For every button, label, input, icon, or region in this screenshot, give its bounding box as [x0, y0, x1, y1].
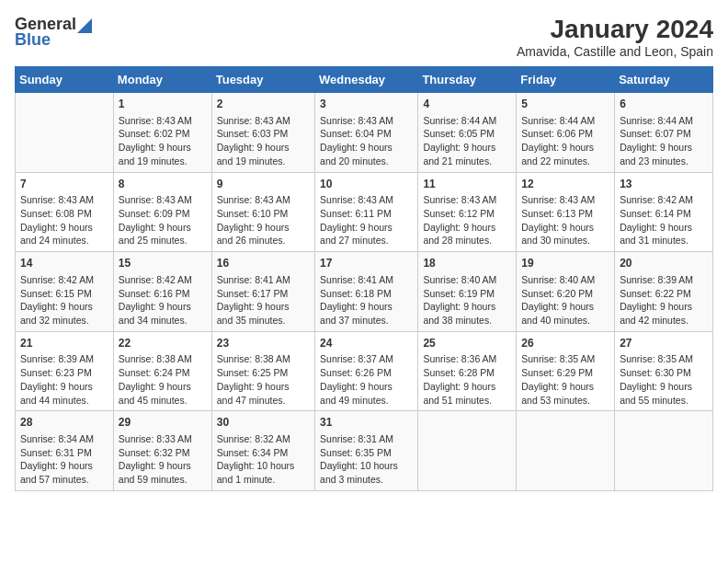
cell-text: Sunset: 6:13 PM: [521, 207, 609, 221]
cell-text: Sunrise: 8:41 AM: [217, 273, 310, 287]
cell-text: Sunrise: 8:43 AM: [320, 193, 413, 207]
cell-text: Sunrise: 8:42 AM: [119, 273, 207, 287]
cell-text: Sunset: 6:16 PM: [119, 287, 207, 301]
cell-text: Sunrise: 8:40 AM: [423, 273, 511, 287]
cell-text: Sunrise: 8:43 AM: [217, 193, 310, 207]
logo-triangle-icon: [77, 17, 92, 33]
day-number: 31: [320, 415, 413, 431]
cell-text: Sunrise: 8:43 AM: [119, 114, 207, 128]
cell-text: and 55 minutes.: [620, 394, 708, 408]
cell-text: and 31 minutes.: [620, 234, 708, 247]
cell-text: Sunset: 6:11 PM: [320, 207, 413, 221]
cell-text: Daylight: 9 hours: [423, 300, 511, 314]
cell-text: Sunset: 6:06 PM: [521, 127, 609, 141]
day-number: 17: [320, 256, 413, 271]
cell-text: Daylight: 9 hours: [217, 141, 310, 155]
day-number: 21: [20, 336, 108, 351]
cell-text: and 25 minutes.: [119, 234, 207, 247]
cell-text: and 1 minute.: [217, 473, 310, 487]
cell-text: Sunrise: 8:40 AM: [521, 273, 609, 287]
calendar-cell: 25Sunrise: 8:36 AMSunset: 6:28 PMDayligh…: [418, 331, 517, 411]
cell-text: and 42 minutes.: [620, 314, 708, 327]
calendar-cell: 9Sunrise: 8:43 AMSunset: 6:10 PMDaylight…: [211, 172, 314, 252]
cell-text: and 51 minutes.: [423, 394, 511, 408]
day-number: 29: [119, 415, 207, 431]
calendar-cell: 28Sunrise: 8:34 AMSunset: 6:31 PMDayligh…: [16, 411, 114, 491]
calendar-table: SundayMondayTuesdayWednesdayThursdayFrid…: [15, 66, 713, 491]
cell-text: and 20 minutes.: [320, 155, 413, 168]
day-number: 23: [217, 336, 310, 351]
cell-text: and 47 minutes.: [217, 394, 310, 408]
day-header-thursday: Thursday: [418, 67, 517, 93]
day-number: 2: [217, 97, 310, 112]
page-title: January 2024: [517, 15, 713, 44]
cell-text: Sunset: 6:17 PM: [217, 287, 310, 301]
calendar-cell: 1Sunrise: 8:43 AMSunset: 6:02 PMDaylight…: [113, 93, 211, 173]
day-number: 10: [320, 177, 413, 192]
cell-text: Daylight: 9 hours: [620, 380, 708, 394]
calendar-week-row: 14Sunrise: 8:42 AMSunset: 6:15 PMDayligh…: [16, 252, 713, 332]
day-number: 24: [320, 336, 413, 351]
cell-text: Daylight: 9 hours: [423, 380, 511, 394]
cell-text: Daylight: 10 hours: [217, 459, 310, 473]
calendar-cell: 17Sunrise: 8:41 AMSunset: 6:18 PMDayligh…: [315, 252, 418, 332]
cell-text: Sunset: 6:18 PM: [320, 287, 413, 301]
cell-text: Daylight: 9 hours: [320, 221, 413, 235]
day-number: 15: [119, 256, 207, 271]
cell-text: Sunrise: 8:35 AM: [620, 352, 708, 366]
cell-text: Sunrise: 8:32 AM: [217, 432, 310, 446]
cell-text: Sunrise: 8:43 AM: [217, 114, 310, 128]
cell-text: Sunrise: 8:39 AM: [20, 352, 108, 366]
day-number: 6: [620, 97, 708, 112]
cell-text: and 32 minutes.: [20, 314, 108, 327]
cell-text: Sunrise: 8:43 AM: [423, 193, 511, 207]
cell-text: Daylight: 9 hours: [423, 221, 511, 235]
calendar-cell: 11Sunrise: 8:43 AMSunset: 6:12 PMDayligh…: [418, 172, 517, 252]
cell-text: and 49 minutes.: [320, 394, 413, 408]
cell-text: Daylight: 9 hours: [320, 380, 413, 394]
cell-text: Daylight: 9 hours: [217, 300, 310, 314]
cell-text: Sunset: 6:19 PM: [423, 287, 511, 301]
calendar-cell: 29Sunrise: 8:33 AMSunset: 6:32 PMDayligh…: [113, 411, 211, 491]
calendar-cell: 15Sunrise: 8:42 AMSunset: 6:16 PMDayligh…: [113, 252, 211, 332]
cell-text: and 44 minutes.: [20, 394, 108, 408]
day-number: 16: [217, 256, 310, 271]
day-number: 9: [217, 177, 310, 192]
cell-text: Sunset: 6:10 PM: [217, 207, 310, 221]
calendar-cell: 27Sunrise: 8:35 AMSunset: 6:30 PMDayligh…: [615, 331, 713, 411]
cell-text: Sunrise: 8:42 AM: [20, 273, 108, 287]
calendar-cell: 13Sunrise: 8:42 AMSunset: 6:14 PMDayligh…: [615, 172, 713, 252]
page-subtitle: Amavida, Castille and Leon, Spain: [517, 44, 713, 59]
cell-text: Daylight: 9 hours: [620, 221, 708, 235]
cell-text: Sunset: 6:15 PM: [20, 287, 108, 301]
cell-text: Sunrise: 8:31 AM: [320, 432, 413, 446]
cell-text: Sunrise: 8:36 AM: [423, 352, 511, 366]
cell-text: Sunset: 6:31 PM: [20, 446, 108, 460]
cell-text: Sunset: 6:29 PM: [521, 366, 609, 380]
calendar-cell: 21Sunrise: 8:39 AMSunset: 6:23 PMDayligh…: [16, 331, 114, 411]
calendar-cell: 20Sunrise: 8:39 AMSunset: 6:22 PMDayligh…: [615, 252, 713, 332]
cell-text: Daylight: 9 hours: [320, 141, 413, 155]
cell-text: Daylight: 9 hours: [119, 459, 207, 473]
day-header-sunday: Sunday: [16, 67, 114, 93]
calendar-cell: [517, 411, 615, 491]
cell-text: Sunset: 6:28 PM: [423, 366, 511, 380]
cell-text: Sunrise: 8:38 AM: [217, 352, 310, 366]
cell-text: Daylight: 9 hours: [217, 380, 310, 394]
cell-text: and 3 minutes.: [320, 473, 413, 487]
cell-text: Daylight: 9 hours: [20, 459, 108, 473]
day-number: 26: [521, 336, 609, 351]
cell-text: Sunrise: 8:35 AM: [521, 352, 609, 366]
cell-text: Sunrise: 8:41 AM: [320, 273, 413, 287]
cell-text: and 21 minutes.: [423, 155, 511, 168]
cell-text: Sunset: 6:14 PM: [620, 207, 708, 221]
cell-text: and 27 minutes.: [320, 234, 413, 247]
day-header-saturday: Saturday: [615, 67, 713, 93]
calendar-week-row: 7Sunrise: 8:43 AMSunset: 6:08 PMDaylight…: [16, 172, 713, 252]
cell-text: Sunset: 6:05 PM: [423, 127, 511, 141]
calendar-cell: 12Sunrise: 8:43 AMSunset: 6:13 PMDayligh…: [517, 172, 615, 252]
cell-text: and 19 minutes.: [217, 155, 310, 168]
cell-text: and 19 minutes.: [119, 155, 207, 168]
day-number: 3: [320, 97, 413, 112]
day-header-friday: Friday: [517, 67, 615, 93]
